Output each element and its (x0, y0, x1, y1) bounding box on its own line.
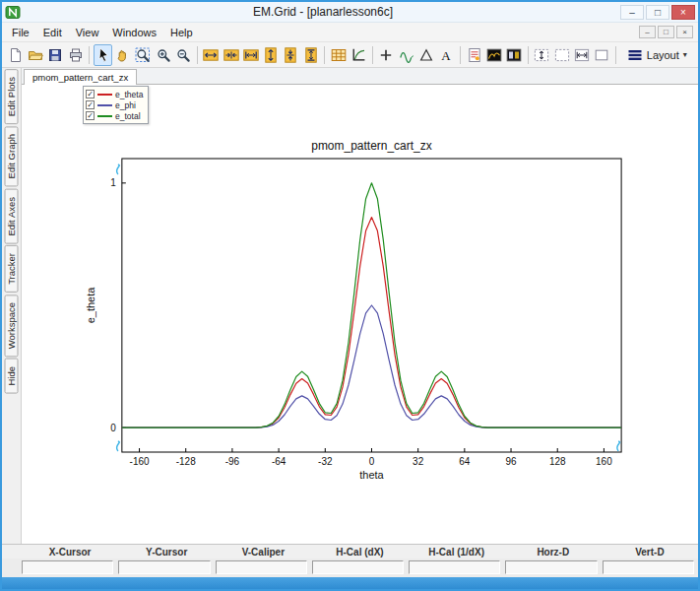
select-button[interactable] (94, 44, 112, 66)
full-x-button[interactable] (241, 44, 260, 66)
x-tick-label: -128 (176, 456, 196, 467)
checkbox-e-total[interactable]: ✓ (86, 111, 95, 120)
add-text-button[interactable]: A (437, 44, 456, 66)
add-curve-button[interactable] (397, 44, 415, 66)
x-tick-label: -32 (318, 456, 333, 467)
sidebar-tab-edit-axes[interactable]: Edit Axes (5, 189, 19, 244)
plot-canvas[interactable]: ✓e_theta✓e_phi✓e_total pmom_pattern_cart… (22, 85, 698, 544)
print-icon (68, 47, 84, 63)
chart-svg[interactable]: pmom_pattern_cart_zx-160-128-96-64-32032… (22, 85, 698, 544)
image-dark-button[interactable] (484, 44, 503, 66)
add-triangle-button[interactable] (416, 44, 435, 66)
legend-box[interactable]: ✓e_theta✓e_phi✓e_total (83, 86, 149, 124)
status-bar-cells (2, 558, 698, 577)
x-tick-label: 128 (549, 456, 566, 467)
menu-edit[interactable]: Edit (36, 25, 69, 40)
close-icon: × (682, 28, 687, 36)
add-curve-icon (399, 47, 414, 63)
chart-title: pmom_pattern_cart_zx (311, 139, 431, 153)
region-box-button[interactable] (552, 44, 571, 66)
document-tab-pmom-pattern-cart-zx[interactable]: pmom_pattern_cart_zx (24, 69, 137, 85)
close-button[interactable]: × (671, 5, 695, 20)
menu-help[interactable]: Help (163, 25, 200, 40)
shrink-x-button[interactable] (222, 44, 240, 66)
x-tick-label: -160 (130, 456, 150, 467)
sidebar-tab-edit-plots[interactable]: Edit Plots (5, 69, 19, 124)
close-icon: × (680, 7, 686, 18)
zoom-out-icon (175, 47, 191, 63)
layout-icon (627, 47, 643, 63)
legend-swatch-e-phi (97, 104, 112, 106)
legend-swatch-e-theta (97, 94, 112, 96)
toolbar: ALayout▾ (2, 42, 698, 68)
layout-button[interactable]: Layout▾ (620, 44, 694, 66)
open-button[interactable] (26, 44, 44, 66)
mdi-minimize-button[interactable]: – (639, 26, 656, 38)
shrink-y-button[interactable] (282, 44, 300, 66)
sidebar-tab-edit-graph[interactable]: Edit Graph (5, 126, 19, 186)
print-button[interactable] (66, 44, 85, 66)
toolbar-separator (197, 46, 198, 64)
full-y-button[interactable] (301, 44, 320, 66)
add-cross-button[interactable] (377, 44, 396, 66)
sidebar-tab-hide[interactable]: Hide (5, 359, 19, 394)
grid-button[interactable] (329, 44, 348, 66)
minimize-button[interactable]: – (620, 5, 644, 20)
mdi-close-button[interactable]: × (676, 26, 693, 38)
sidebar-tab-workspace[interactable]: Workspace (5, 295, 19, 357)
menu-file[interactable]: File (5, 25, 36, 40)
maximize-button[interactable]: □ (646, 5, 669, 20)
status-cell-horz-d (505, 560, 597, 574)
menu-view[interactable]: View (69, 25, 106, 40)
series-e-theta[interactable] (110, 218, 633, 428)
mdi-restore-button[interactable]: □ (658, 26, 674, 38)
status-cell-vert-d (603, 560, 694, 574)
select-icon (95, 47, 111, 63)
axes-icon (350, 47, 366, 63)
menu-windows[interactable]: Windows (105, 25, 163, 40)
open-icon (28, 47, 43, 63)
blank-box-button[interactable] (593, 44, 611, 66)
x-tick-label: -96 (225, 456, 240, 467)
legend-item-e-phi[interactable]: ✓e_phi (86, 99, 143, 110)
resize-handle-icon[interactable] (116, 164, 119, 174)
status-label-h-cal-1-dx: H-Cal (1/dX) (409, 547, 505, 558)
status-label-y-cursor: Y-Cursor (118, 547, 215, 558)
legend-item-e-total[interactable]: ✓e_total (86, 110, 143, 121)
axes-button[interactable] (350, 44, 368, 66)
status-cell-h-cal-dx (312, 560, 404, 574)
window-controls: –□× (620, 5, 695, 20)
slice-y-button[interactable] (533, 44, 551, 66)
x-tick-label: 160 (596, 456, 612, 467)
content-area: pmom_pattern_cart_zx ✓e_theta✓e_phi✓e_to… (21, 68, 698, 544)
annotate-button[interactable] (465, 44, 483, 66)
y-axis-label: e_theta (85, 287, 96, 324)
zoom-in-button[interactable] (154, 44, 172, 66)
checkbox-e-theta[interactable]: ✓ (86, 90, 95, 98)
add-text-icon: A (438, 47, 454, 63)
x-tick-label: 0 (369, 456, 375, 467)
checkbox-e-phi[interactable]: ✓ (86, 100, 95, 109)
region-box-icon (554, 47, 570, 63)
expand-x-button[interactable] (202, 44, 221, 66)
resize-handle-icon[interactable] (617, 441, 620, 451)
save-button[interactable] (46, 44, 65, 66)
expand-y-button[interactable] (261, 44, 280, 66)
series-e-phi[interactable] (110, 305, 633, 427)
status-label-horz-d: Horz-D (505, 547, 602, 558)
sidebar-tab-tracker[interactable]: Tracker (5, 245, 19, 293)
new-button[interactable] (6, 44, 25, 66)
full-y-icon (303, 47, 319, 63)
image-map-button[interactable] (504, 44, 523, 66)
zoom-window-button[interactable] (134, 44, 153, 66)
zoom-out-button[interactable] (173, 44, 192, 66)
legend-item-e-theta[interactable]: ✓e_theta (86, 89, 143, 99)
slice-x-button[interactable] (572, 44, 591, 66)
annotate-icon (467, 47, 482, 63)
x-tick-label: 32 (413, 456, 424, 467)
expand-x-icon (203, 47, 219, 63)
resize-handle-icon[interactable] (116, 441, 119, 451)
pan-icon (115, 47, 131, 63)
pan-button[interactable] (113, 44, 132, 66)
status-cell-y-cursor (118, 560, 210, 574)
